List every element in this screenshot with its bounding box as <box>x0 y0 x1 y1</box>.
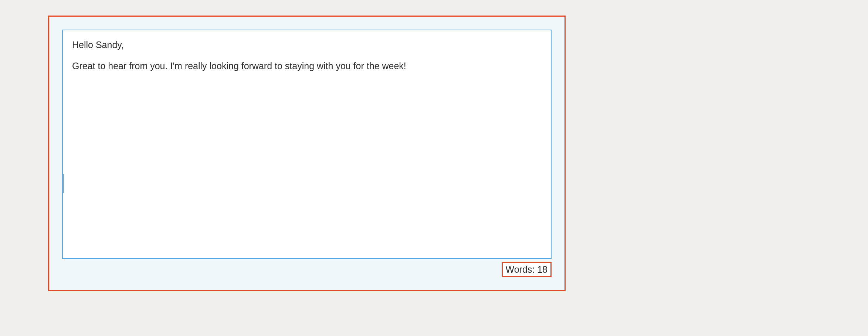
word-count-row: Words: 18 <box>62 262 552 277</box>
word-count: Words: 18 <box>502 262 552 277</box>
editor-paragraph: Hello Sandy, <box>72 38 542 52</box>
caret-indicator <box>62 174 64 193</box>
editor-paragraph: Great to hear from you. I'm really looki… <box>72 59 542 73</box>
editor-panel: Hello Sandy, Great to hear from you. I'm… <box>48 16 566 291</box>
text-editor[interactable]: Hello Sandy, Great to hear from you. I'm… <box>62 30 552 259</box>
